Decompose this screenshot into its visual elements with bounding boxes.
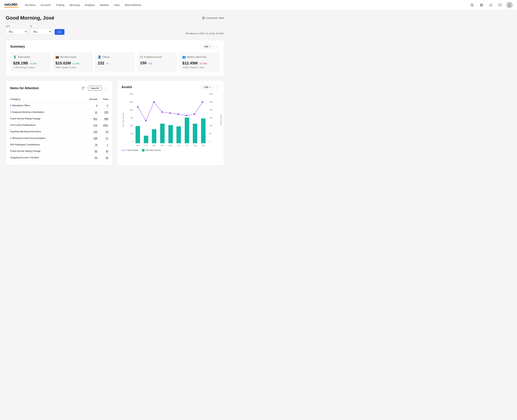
attention-table-scroll[interactable]: Category Unread Total ℹ Mandatory Offers…	[10, 95, 108, 161]
total-cell-1: 335	[97, 109, 108, 115]
go-button[interactable]: Go	[55, 29, 64, 35]
total-assets-legend-line	[121, 150, 126, 150]
view-all-button[interactable]: View All	[88, 86, 101, 91]
ip-select[interactable]: ALL	[30, 28, 52, 35]
y-left-label: 0	[126, 140, 133, 142]
summary-card-title-3: 🗂 Funded Accounts	[140, 55, 174, 59]
assets-card: Assets 12M ⋮ Net New Assets 18M15M12M9M6…	[117, 80, 224, 165]
unread-cell-0: 0	[81, 102, 97, 109]
summary-card-icon-4: 👥	[182, 55, 186, 59]
nav-item-mymenu[interactable]: My Menu	[23, 2, 38, 8]
col-total: Total	[97, 96, 108, 102]
summary-card-2: 👤 Clients 232 +8	[95, 52, 135, 72]
unread-cell-2: 841	[81, 115, 97, 122]
summary-more-button[interactable]: ⋮	[215, 45, 219, 49]
ip-filter-group: IP ALL	[30, 25, 52, 35]
refresh-icon	[82, 87, 84, 90]
summary-period-button[interactable]: 12M	[202, 44, 213, 49]
notification-button[interactable]	[487, 2, 494, 8]
y-right-label: 5B	[209, 133, 215, 135]
info-icon: ℹ	[10, 111, 11, 113]
y-axis-right: 30B25B20B15B10B5B0	[208, 93, 215, 147]
attention-title: Items for Attention	[10, 86, 39, 90]
customize-view-button[interactable]: Customize View	[202, 16, 224, 19]
two-col-layout: Items for Attention View All ⋮ Category …	[6, 80, 224, 170]
search-icon	[471, 3, 474, 7]
assets-more-button[interactable]: ⋮	[215, 85, 219, 89]
nav-item-servicing[interactable]: Servicing	[67, 2, 82, 8]
bar-col-Jun	[175, 93, 183, 143]
bar-col-Apr	[158, 93, 167, 143]
unread-cell-5: 106	[81, 135, 97, 142]
assets-period-label: 12M	[204, 86, 208, 89]
summary-card-icon-1: 💼	[55, 55, 59, 59]
total-cell-5: 11	[97, 135, 108, 142]
off-select[interactable]: ALL	[6, 28, 27, 35]
table-row: ℹ Mandatory Offers 0 0	[10, 102, 108, 109]
unread-cell-1: 12	[81, 109, 97, 115]
nav-icons	[469, 2, 513, 8]
total-cell-4: 24	[97, 128, 108, 135]
summary-card-value-1: $15.02M +2.24%	[55, 61, 90, 66]
logo[interactable]: netx360+	[4, 2, 19, 8]
gear-icon	[202, 16, 205, 19]
bar-Mar	[152, 129, 156, 143]
grid-button[interactable]	[478, 2, 485, 8]
nav-item-analytics[interactable]: Analytics	[82, 2, 97, 8]
summary-period-label: 12M	[204, 45, 208, 48]
chevron-down-icon	[209, 86, 211, 88]
navigation: netx360+ My Menu Accounts Trading Servic…	[0, 0, 517, 10]
bar-Apr	[160, 124, 165, 143]
col-unread: Unread	[81, 96, 97, 102]
svg-line-1	[473, 6, 473, 6]
assets-period-button[interactable]: 12M	[202, 85, 213, 89]
svg-rect-2	[480, 4, 481, 5]
summary-card-title-2: 👤 Clients	[98, 55, 132, 59]
messages-button[interactable]	[497, 2, 503, 8]
attention-more-button[interactable]: ⋮	[103, 86, 108, 90]
bar-Sep	[201, 119, 206, 143]
nav-item-tools[interactable]: Tools	[112, 2, 122, 8]
summary-card-0: 💲 Total Assets $28.19B +6.20% 1.70B chan…	[10, 52, 51, 72]
summary-card-value-4: $12.45M -57.15%	[182, 61, 217, 66]
category-cell-4: Expiring Standing Instructions	[10, 128, 81, 135]
bar-Jun	[176, 126, 181, 143]
table-row: Fixed Income Rating Change 66 45	[10, 148, 108, 154]
svg-rect-5	[482, 5, 483, 6]
y-left-label: 18M	[126, 93, 133, 95]
y-axis-left: 18M15M12M9M6M3M0	[126, 93, 133, 147]
summary-card-title-1: 💼 Net New Assets	[55, 55, 90, 59]
bell-icon	[489, 3, 492, 7]
refresh-button[interactable]	[80, 85, 86, 91]
summary-card-icon-0: 💲	[13, 55, 17, 59]
y-axis-right-label: Total Assets	[220, 115, 222, 125]
svg-rect-3	[482, 4, 483, 5]
nav-item-wove-advisory[interactable]: Wove Advisory	[123, 2, 143, 8]
attention-actions: View All ⋮	[80, 85, 108, 91]
legend-net-new-assets: Net New Assets	[142, 149, 161, 151]
search-button[interactable]	[469, 2, 475, 8]
ip-label: IP	[30, 25, 52, 28]
bar-Aug	[193, 124, 197, 143]
nav-item-trading[interactable]: Trading	[54, 2, 67, 8]
summary-card-value-0: $28.19B +6.20%	[13, 61, 48, 66]
assets-title: Assets	[121, 85, 132, 89]
summary-card-4: 👥 Median Client Size $12.45M -57.15% -9.…	[179, 52, 219, 72]
y-axis-left-label: Net New Assets	[122, 113, 124, 127]
attention-card: Items for Attention View All ⋮ Category …	[6, 80, 113, 165]
y-right-label: 20B	[209, 109, 215, 111]
nav-item-markets[interactable]: Markets	[98, 2, 111, 8]
avatar[interactable]	[506, 2, 513, 8]
y-right-label: 25B	[209, 101, 215, 103]
x-label-Apr: Apr	[158, 144, 167, 146]
y-left-label: 15M	[126, 101, 133, 103]
total-cell-3: 2941	[97, 122, 108, 128]
chart-inner: JanFebMarAprMayJunJulAugSep	[134, 93, 207, 147]
bar-col-Jan	[134, 93, 142, 143]
nav-item-accounts[interactable]: Accounts	[38, 2, 53, 8]
summary-title: Summary	[10, 45, 25, 48]
y-right-label: 30B	[209, 93, 215, 95]
y-right-label: 0	[209, 140, 215, 142]
x-label-Jan: Jan	[134, 144, 142, 146]
summary-card-title-4: 👥 Median Client Size	[182, 55, 217, 59]
